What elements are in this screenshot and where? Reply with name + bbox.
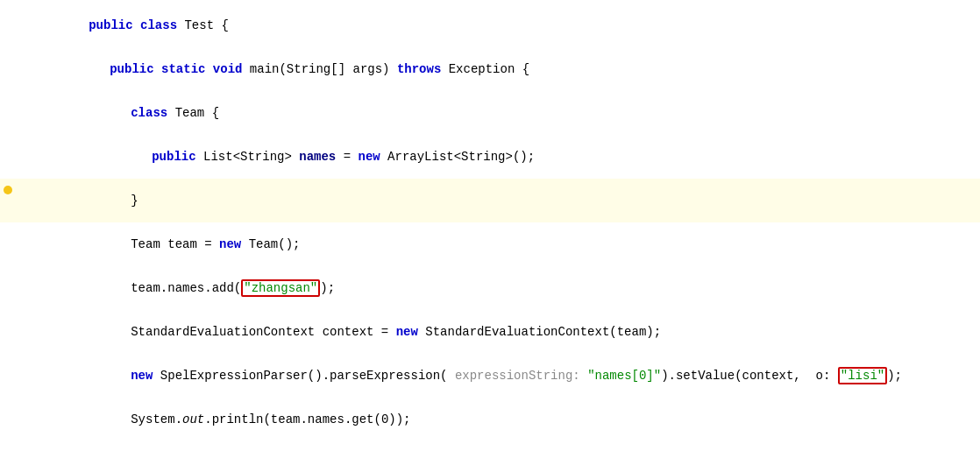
code-text: .println(team.names.get(0));	[204, 412, 410, 426]
code-text: Team team =	[131, 237, 219, 251]
string-highlighted-2: "lisi"	[838, 367, 887, 384]
keyword: void	[213, 62, 250, 76]
keyword: public	[152, 150, 203, 164]
keyword: new	[358, 150, 387, 164]
keyword: new	[131, 369, 160, 383]
code-text: SpelExpressionParser().parseExpression(	[160, 369, 448, 383]
keyword: new	[396, 325, 426, 339]
keyword: throws	[397, 62, 449, 76]
line-content-8: StandardEvaluationContext context = new …	[26, 311, 980, 353]
code-text: ).setValue(context, o:	[661, 369, 838, 383]
code-line-7: team.names.add("zhangsan");	[0, 266, 980, 310]
code-text: ArrayList<String>();	[387, 150, 535, 164]
line-content-3: class Team {	[26, 92, 980, 134]
code-text: main(String[] args)	[250, 62, 397, 76]
code-text: =	[336, 150, 358, 164]
line-content-1: public class Test {	[26, 4, 980, 46]
line-content-7: team.names.add("zhangsan");	[26, 267, 980, 309]
code-line-5: }	[0, 179, 980, 222]
code-text: Team {	[175, 106, 219, 120]
debug-indicator	[4, 186, 12, 194]
code-text: StandardEvaluationContext context =	[131, 325, 395, 339]
code-editor: public class Test { public static void m…	[0, 0, 980, 451]
code-text: Test {	[184, 18, 228, 32]
code-line-8: StandardEvaluationContext context = new …	[0, 310, 980, 354]
code-line-10: System.out.println(team.names.get(0));	[0, 398, 980, 441]
line-content-5: }	[26, 180, 980, 222]
code-area: public class Test { public static void m…	[0, 0, 980, 451]
keyword: class	[131, 106, 174, 120]
line-content-10: System.out.println(team.names.get(0));	[26, 398, 980, 440]
code-text: StandardEvaluationContext(team);	[425, 325, 661, 339]
code-line-1: public class Test {	[0, 4, 980, 47]
code-line-2: public static void main(String[] args) t…	[0, 47, 980, 91]
keyword: static	[161, 62, 213, 76]
line-content-9: new SpelExpressionParser().parseExpressi…	[26, 355, 980, 397]
code-text: Team();	[249, 237, 301, 251]
code-text: Exception {	[449, 62, 529, 76]
code-line-9: new SpelExpressionParser().parseExpressi…	[0, 354, 980, 398]
code-text: List<String>	[203, 150, 299, 164]
string-highlighted: "zhangsan"	[241, 279, 320, 297]
line-content-2: public static void main(String[] args) t…	[26, 48, 980, 90]
keyword: public	[110, 62, 161, 76]
keyword: public	[89, 18, 140, 32]
code-line-6: Team team = new Team();	[0, 222, 980, 266]
string-value-2: "lisi"	[841, 369, 884, 383]
code-line-3: class Team {	[0, 91, 980, 135]
param-hint: expressionString:	[447, 369, 587, 383]
code-text: );	[320, 281, 335, 295]
code-line-4: public List<String> names = new ArrayLis…	[0, 135, 980, 179]
keyword: class	[140, 18, 184, 32]
code-line-11: }	[0, 441, 980, 451]
string-value: "zhangsan"	[244, 281, 317, 295]
code-text: team.names.add(	[131, 281, 241, 295]
code-text: System.	[131, 412, 182, 426]
line-content-4: public List<String> names = new ArrayLis…	[26, 136, 980, 178]
keyword: new	[219, 237, 249, 251]
code-text: );	[887, 369, 902, 383]
code-text: names	[299, 150, 336, 164]
code-text-italic: out	[182, 412, 204, 426]
line-content-6: Team team = new Team();	[26, 223, 980, 265]
code-text: }	[131, 194, 138, 208]
string-value: "names[0]"	[587, 369, 661, 383]
line-content-11: }	[26, 442, 980, 451]
